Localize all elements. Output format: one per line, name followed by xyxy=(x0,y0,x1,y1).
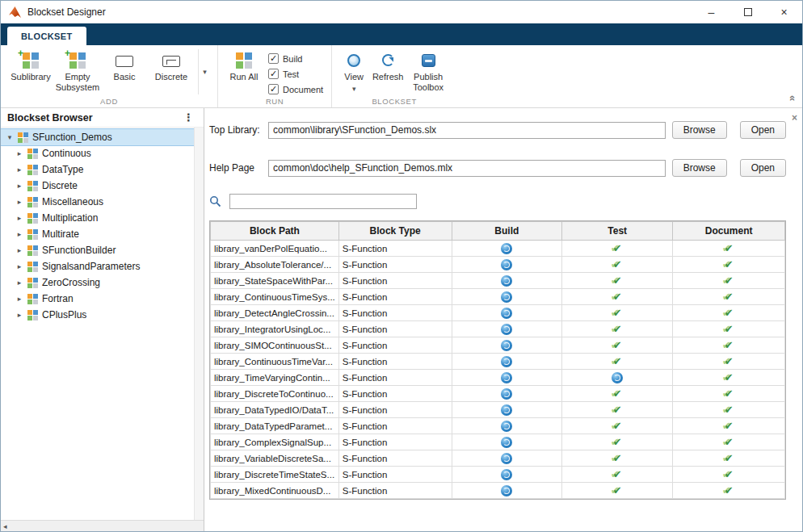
block-path-cell[interactable]: library_DataTypedParamet... xyxy=(211,418,339,434)
test-status-cell[interactable]: ✔ xyxy=(562,273,673,289)
build-status-cell[interactable] xyxy=(452,337,562,354)
table-row[interactable]: library_IntegratorUsingLoc...S-Function✔… xyxy=(211,321,785,337)
close-button[interactable]: × xyxy=(766,1,802,23)
table-row[interactable]: library_SIMOContinuousSt...S-Function✔✔ xyxy=(211,337,785,354)
block-path-cell[interactable]: library_MixedContinuousD... xyxy=(211,483,339,499)
document-status-cell[interactable]: ✔ xyxy=(673,241,785,257)
tree-item-discrete[interactable]: ▸Discrete xyxy=(1,178,194,194)
block-path-cell[interactable]: library_AbsoluteTolerance/... xyxy=(211,257,339,273)
collapse-toolstrip-button[interactable]: « xyxy=(790,92,796,104)
document-status-cell[interactable]: ✔ xyxy=(673,467,785,483)
block-path-cell[interactable]: library_SIMOContinuousSt... xyxy=(211,337,339,354)
table-row[interactable]: library_vanDerPolEquatio...S-Function✔✔ xyxy=(211,241,785,257)
block-path-cell[interactable]: library_StateSpaceWithPar... xyxy=(211,273,339,289)
test-checkbox[interactable]: ✓ xyxy=(268,69,279,79)
document-status-cell[interactable]: ✔ xyxy=(673,450,785,467)
tree-item-zerocrossing[interactable]: ▸ZeroCrossing xyxy=(1,274,194,291)
chevron-right-icon[interactable]: ▸ xyxy=(15,311,23,319)
top-library-open-button[interactable]: Open xyxy=(740,121,786,139)
chevron-right-icon[interactable]: ▸ xyxy=(15,279,23,287)
col-header-test[interactable]: Test xyxy=(562,222,673,241)
document-status-cell[interactable]: ✔ xyxy=(673,354,785,370)
chevron-right-icon[interactable]: ▸ xyxy=(15,165,23,174)
document-checkbox[interactable]: ✓ xyxy=(268,84,279,94)
document-status-cell[interactable]: ✔ xyxy=(673,337,785,354)
top-library-browse-button[interactable]: Browse xyxy=(672,121,727,139)
tree-item-signalsandparameters[interactable]: ▸SignalsandParameters xyxy=(1,258,194,274)
panel-close-icon[interactable]: × xyxy=(792,113,797,123)
table-row[interactable]: library_MixedContinuousD...S-Function✔✔ xyxy=(211,483,785,499)
chevron-right-icon[interactable]: ▸ xyxy=(15,262,23,270)
document-status-cell[interactable]: ✔ xyxy=(673,434,785,450)
table-row[interactable]: library_StateSpaceWithPar...S-Function✔✔ xyxy=(211,273,785,289)
tree-item-sfunction_demos[interactable]: ▾SFunction_Demos xyxy=(1,129,194,145)
sidebar-hscrollbar[interactable]: ◂ xyxy=(1,520,204,531)
add-sublibrary-button[interactable]: + Sublibrary xyxy=(7,49,54,82)
table-row[interactable]: library_DiscreteToContinuo...S-Function✔… xyxy=(211,386,785,402)
minimize-button[interactable]: – xyxy=(693,1,729,23)
build-status-cell[interactable] xyxy=(452,305,562,321)
build-status-cell[interactable] xyxy=(452,321,562,337)
document-status-cell[interactable]: ✔ xyxy=(673,386,785,402)
block-path-cell[interactable]: library_DiscreteToContinuo... xyxy=(211,386,339,402)
maximize-button[interactable] xyxy=(729,1,766,23)
search-input[interactable] xyxy=(229,194,417,209)
table-row[interactable]: library_TimeVaryingContin...S-Function✔ xyxy=(211,370,785,386)
publish-toolbox-button[interactable]: Publish Toolbox xyxy=(406,49,450,92)
col-header-document[interactable]: Document xyxy=(673,222,785,241)
test-status-cell[interactable]: ✔ xyxy=(562,402,673,418)
build-status-cell[interactable] xyxy=(452,241,562,257)
refresh-button[interactable]: Refresh xyxy=(369,49,406,82)
run-all-button[interactable]: Run All xyxy=(225,49,263,82)
build-status-cell[interactable] xyxy=(452,483,562,499)
test-status-cell[interactable]: ✔ xyxy=(562,354,673,370)
build-status-cell[interactable] xyxy=(452,289,562,305)
document-status-cell[interactable]: ✔ xyxy=(673,257,785,273)
chevron-right-icon[interactable]: ▸ xyxy=(15,246,23,254)
block-path-cell[interactable]: library_ComplexSignalSup... xyxy=(211,434,339,450)
build-status-cell[interactable] xyxy=(452,434,562,450)
test-status-cell[interactable]: ✔ xyxy=(562,467,673,483)
tab-blockset[interactable]: BLOCKSET xyxy=(7,27,86,45)
build-status-cell[interactable] xyxy=(452,418,562,434)
col-header-build[interactable]: Build xyxy=(452,222,562,241)
build-status-cell[interactable] xyxy=(452,386,562,402)
tree-item-multirate[interactable]: ▸Multirate xyxy=(1,226,194,242)
chevron-right-icon[interactable]: ▸ xyxy=(15,230,23,238)
block-path-cell[interactable]: library_vanDerPolEquatio... xyxy=(211,241,339,257)
block-path-cell[interactable]: library_DataTypedIO/DataT... xyxy=(211,402,339,418)
build-status-cell[interactable] xyxy=(452,450,562,467)
document-status-cell[interactable]: ✔ xyxy=(673,418,785,434)
tree-item-datatype[interactable]: ▸DataType xyxy=(1,161,194,178)
build-status-cell[interactable] xyxy=(452,257,562,273)
document-status-cell[interactable]: ✔ xyxy=(673,273,785,289)
test-status-cell[interactable]: ✔ xyxy=(562,257,673,273)
build-status-cell[interactable] xyxy=(452,402,562,418)
table-row[interactable]: library_DataTypedIO/DataT...S-Function✔✔ xyxy=(211,402,785,418)
test-status-cell[interactable] xyxy=(562,370,673,386)
chevron-right-icon[interactable]: ▸ xyxy=(15,182,23,190)
table-row[interactable]: library_AbsoluteTolerance/...S-Function✔… xyxy=(211,257,785,273)
test-status-cell[interactable]: ✔ xyxy=(562,418,673,434)
build-status-cell[interactable] xyxy=(452,354,562,370)
add-discrete-button[interactable]: Discrete xyxy=(148,49,195,82)
test-status-cell[interactable]: ✔ xyxy=(562,305,673,321)
chevron-right-icon[interactable]: ▸ xyxy=(15,295,23,303)
block-path-cell[interactable]: library_IntegratorUsingLoc... xyxy=(211,321,339,337)
view-button[interactable]: View ▾ xyxy=(338,49,369,93)
build-status-cell[interactable] xyxy=(452,273,562,289)
add-basic-button[interactable]: Basic xyxy=(101,49,148,82)
test-status-cell[interactable]: ✔ xyxy=(562,321,673,337)
test-checkbox-row[interactable]: ✓ Test xyxy=(268,69,323,79)
sidebar-scrollbar[interactable] xyxy=(194,128,204,520)
help-page-input[interactable] xyxy=(268,160,666,177)
table-row[interactable]: library_ContinuousTimeVar...S-Function✔✔ xyxy=(211,354,785,370)
table-row[interactable]: library_VariableDiscreteSa...S-Function✔… xyxy=(211,450,785,467)
test-status-cell[interactable]: ✔ xyxy=(562,289,673,305)
scroll-left-icon[interactable]: ◂ xyxy=(3,522,7,530)
tree-item-miscellaneous[interactable]: ▸Miscellaneous xyxy=(1,194,194,210)
chevron-right-icon[interactable]: ▸ xyxy=(15,149,23,157)
panel-menu-icon[interactable]: ⋮ xyxy=(180,111,197,124)
table-row[interactable]: library_ContinuousTimeSys...S-Function✔✔ xyxy=(211,289,785,305)
test-status-cell[interactable]: ✔ xyxy=(562,241,673,257)
